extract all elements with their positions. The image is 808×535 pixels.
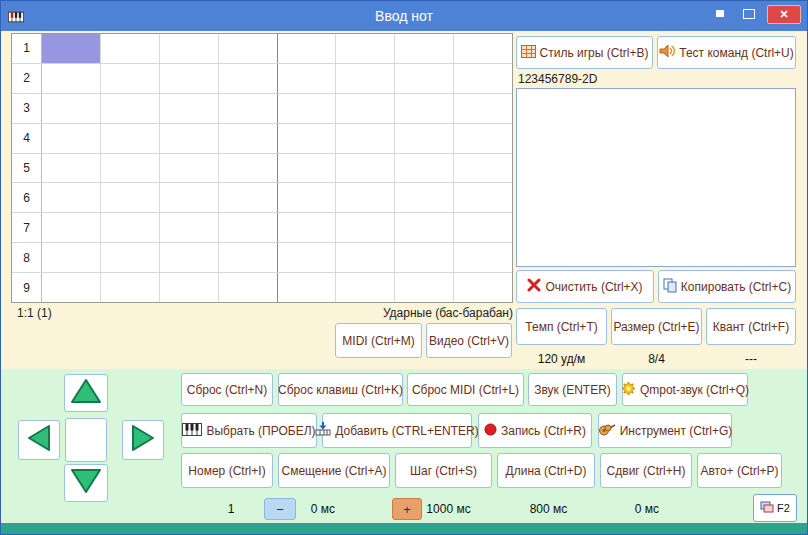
grid-cell[interactable] (101, 213, 160, 242)
length-button[interactable]: Длина (Ctrl+D) (497, 453, 595, 488)
grid-cell[interactable] (336, 273, 395, 302)
grid-cell[interactable] (42, 64, 101, 93)
grid-cell[interactable] (454, 213, 512, 242)
grid-cell[interactable] (454, 34, 512, 63)
tempo-button[interactable]: Темп (Ctrl+T) (516, 308, 607, 345)
grid-cell[interactable] (160, 64, 219, 93)
grid-cell[interactable] (219, 243, 278, 272)
grid-cell[interactable] (160, 183, 219, 212)
grid-cell[interactable] (336, 34, 395, 63)
minimize-button[interactable] (709, 5, 731, 22)
nav-center-box[interactable] (65, 418, 107, 462)
offset-button[interactable]: Смещение (Ctrl+A) (278, 453, 390, 488)
grid-cell[interactable] (101, 34, 160, 63)
grid-cell[interactable] (336, 124, 395, 153)
grid-cell[interactable] (454, 183, 512, 212)
grid-cell[interactable] (454, 64, 512, 93)
grid-cell[interactable] (101, 64, 160, 93)
grid-cell[interactable] (160, 273, 219, 302)
video-button[interactable]: Видео (Ctrl+V) (426, 323, 512, 358)
minus-button[interactable]: − (264, 498, 296, 520)
test-commands-button[interactable]: Тест команд (Ctrl+U) (657, 36, 796, 69)
arrow-left-button[interactable] (18, 420, 60, 460)
record-button[interactable]: Запись (Ctrl+R) (478, 413, 592, 448)
grid-cell[interactable] (336, 64, 395, 93)
grid-cell[interactable] (395, 243, 454, 272)
grid-cell[interactable] (336, 183, 395, 212)
grid-cell[interactable] (219, 213, 278, 242)
step-button[interactable]: Шаг (Ctrl+S) (395, 453, 492, 488)
reset-midi-button[interactable]: Сброс MIDI (Ctrl+L) (407, 373, 524, 406)
grid-cell[interactable] (219, 154, 278, 183)
grid-cell[interactable] (219, 273, 278, 302)
grid-cell[interactable] (219, 183, 278, 212)
shift-button[interactable]: Сдвиг (Ctrl+H) (600, 453, 692, 488)
grid-cell[interactable] (160, 154, 219, 183)
midi-button[interactable]: MIDI (Ctrl+M) (335, 323, 422, 358)
grid-cell[interactable] (395, 154, 454, 183)
grid-cell[interactable] (219, 124, 278, 153)
grid-cell[interactable] (219, 64, 278, 93)
grid-cell[interactable] (101, 273, 160, 302)
note-grid[interactable]: 123456789 (11, 33, 513, 303)
auto-plus-button[interactable]: Авто+ (Ctrl+P) (697, 453, 782, 488)
grid-cell[interactable] (278, 64, 337, 93)
clear-button[interactable]: Очистить (Ctrl+X) (516, 270, 654, 303)
grid-cell[interactable] (219, 94, 278, 123)
grid-cell[interactable] (395, 213, 454, 242)
grid-cell[interactable] (101, 154, 160, 183)
grid-cell[interactable] (42, 273, 101, 302)
grid-cell[interactable] (336, 243, 395, 272)
arrow-right-button[interactable] (122, 420, 164, 460)
grid-cell[interactable] (160, 213, 219, 242)
sound-button[interactable]: Звук (ENTER) (528, 373, 617, 406)
select-button[interactable]: Выбрать (ПРОБЕЛ) (181, 413, 317, 448)
grid-cell[interactable] (278, 243, 337, 272)
add-button[interactable]: Добавить (CTRL+ENTER) (322, 413, 472, 448)
grid-cell[interactable] (101, 183, 160, 212)
grid-cell[interactable] (395, 183, 454, 212)
grid-cell[interactable] (336, 94, 395, 123)
grid-cell[interactable] (160, 94, 219, 123)
grid-cell[interactable] (160, 243, 219, 272)
grid-cell[interactable] (395, 124, 454, 153)
maximize-button[interactable] (737, 5, 761, 22)
grid-cell[interactable] (454, 243, 512, 272)
close-button[interactable]: ✕ (767, 5, 801, 24)
meter-button[interactable]: Размер (Ctrl+E) (611, 308, 702, 345)
grid-cell[interactable] (395, 273, 454, 302)
number-button[interactable]: Номер (Ctrl+I) (181, 453, 273, 488)
grid-cell[interactable] (395, 64, 454, 93)
command-output-area[interactable] (516, 88, 796, 267)
f2-indicator[interactable]: F2 (753, 494, 797, 522)
grid-cell[interactable] (42, 154, 101, 183)
arrow-down-button[interactable] (64, 464, 108, 502)
grid-cell[interactable] (395, 34, 454, 63)
grid-cell[interactable] (278, 94, 337, 123)
quant-button[interactable]: Квант (Ctrl+F) (706, 308, 796, 345)
grid-cell[interactable] (278, 183, 337, 212)
reset-keys-button[interactable]: Сброс клавиш (Ctrl+K) (278, 373, 403, 406)
arrow-up-button[interactable] (64, 374, 108, 412)
grid-cell[interactable] (278, 34, 337, 63)
grid-cell[interactable] (42, 243, 101, 272)
grid-cell[interactable] (42, 34, 101, 63)
grid-cell[interactable] (42, 124, 101, 153)
grid-cell[interactable] (42, 94, 101, 123)
instrument-button[interactable]: Инструмент (Ctrl+G) (598, 413, 732, 448)
grid-cell[interactable] (219, 34, 278, 63)
grid-cell[interactable] (336, 154, 395, 183)
plus-button[interactable]: + (392, 498, 422, 520)
grid-cell[interactable] (454, 124, 512, 153)
qmpot-sound-button[interactable]: Qmpot-звук (Ctrl+Q) (622, 373, 748, 406)
grid-cell[interactable] (454, 94, 512, 123)
grid-cell[interactable] (101, 94, 160, 123)
grid-cell[interactable] (454, 154, 512, 183)
grid-cell[interactable] (101, 124, 160, 153)
grid-cell[interactable] (336, 213, 395, 242)
play-style-button[interactable]: Стиль игры (Ctrl+B) (516, 36, 653, 69)
grid-cell[interactable] (160, 124, 219, 153)
grid-cell[interactable] (42, 183, 101, 212)
grid-cell[interactable] (278, 124, 337, 153)
grid-cell[interactable] (278, 273, 337, 302)
